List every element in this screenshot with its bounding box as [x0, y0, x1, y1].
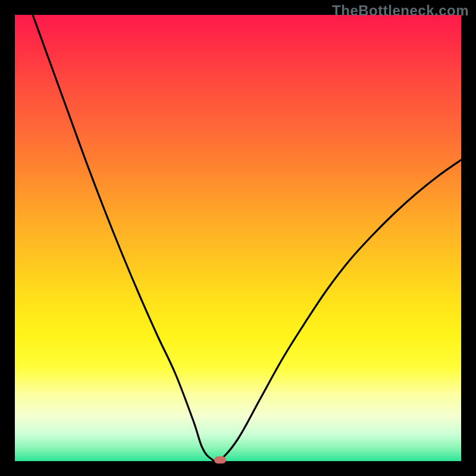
watermark-text: TheBottleneck.com — [332, 2, 469, 19]
minimum-marker — [214, 456, 226, 464]
bottleneck-curve — [33, 15, 461, 462]
curve-svg — [15, 15, 461, 461]
chart-frame: TheBottleneck.com — [0, 0, 476, 476]
plot-area — [15, 15, 461, 461]
